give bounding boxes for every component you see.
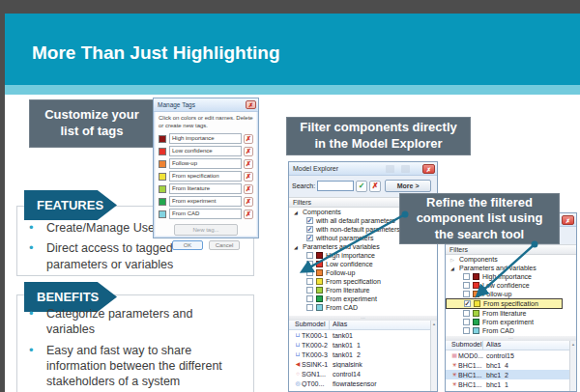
tag-filter-row[interactable]: From specification [289, 277, 437, 286]
checkbox-unchecked[interactable] [306, 278, 313, 285]
table-row[interactable]: ⊔ TK000-2 tank01_1 [289, 340, 437, 350]
tree-node-components[interactable]: ▷ Components [446, 255, 576, 264]
tank-icon: ⊔ [294, 341, 302, 349]
table-row[interactable]: ◀ SSINK-1 signalsink [289, 359, 437, 369]
dialog-title: Manage Tags [158, 101, 195, 108]
checkbox-checked[interactable]: ✓ [306, 235, 313, 241]
checkbox-unchecked[interactable] [463, 319, 470, 325]
dialog-titlebar[interactable]: Manage Tags ✗ [154, 98, 258, 112]
dialog-actions: OK Cancel [159, 240, 253, 250]
checkbox-checked[interactable]: ✓ [306, 217, 313, 224]
tag-filter-row[interactable]: From experiment [289, 294, 437, 303]
benefits-label: BENEFITS [37, 290, 99, 304]
ok-button[interactable]: OK [172, 240, 203, 250]
table-row-selected[interactable]: ✳ BHC1... bhc1_2 [446, 370, 576, 379]
table-row[interactable]: ⊔ TK000-3 tank01_2 [289, 350, 437, 359]
tag-color-swatch[interactable] [159, 148, 166, 155]
tag-color-swatch[interactable] [159, 185, 166, 193]
tag-name-field[interactable]: From CAD [169, 209, 242, 219]
window-titlebar[interactable]: Model Explorer ✗ [289, 162, 437, 176]
collapsed-icon[interactable]: ▷ [450, 257, 456, 263]
expanded-icon[interactable]: ◢ [294, 210, 300, 215]
checkbox-checked[interactable]: ✓ [306, 226, 313, 233]
ghost-icon [401, 165, 410, 173]
checkbox-unchecked[interactable] [306, 287, 313, 294]
tag-filter-row[interactable]: Low confidence [289, 260, 437, 268]
table-row[interactable]: ✳ BHC1... bhc1_1 [446, 379, 576, 389]
tree-node-parameters[interactable]: ◢ Parameters and variables [446, 264, 576, 272]
tag-color-swatch[interactable] [159, 210, 166, 218]
tag-color-swatch[interactable] [159, 198, 166, 206]
checkbox-unchecked[interactable] [306, 304, 313, 311]
close-icon[interactable]: ✗ [562, 215, 574, 225]
table-row[interactable]: ○ SGN1... control14 [289, 369, 437, 378]
delete-tag-icon[interactable]: ✗ [244, 197, 253, 207]
table-row[interactable]: ✳ BHC1... bhc1_4 [446, 360, 576, 370]
frame-left [0, 0, 5, 392]
tag-filter-row[interactable]: Follow-up [289, 268, 437, 277]
tag-name-field[interactable]: From experiment [169, 196, 242, 207]
tag-color-swatch[interactable] [159, 173, 166, 181]
checkbox-unchecked[interactable] [463, 273, 470, 280]
sensor-icon: ◎ [294, 379, 302, 387]
tag-filter-row[interactable]: High importance [289, 251, 437, 260]
tag-name-field[interactable]: From literature [169, 183, 242, 194]
tag-filter-row[interactable]: High importance [446, 272, 576, 281]
search-clear-icon[interactable]: ✗ [369, 181, 381, 192]
checkbox-unchecked[interactable] [463, 291, 470, 297]
scrollbar[interactable]: ▲ [569, 341, 576, 391]
new-tag-button[interactable]: New tag... [174, 224, 238, 236]
table-row[interactable]: ⊔ TK000-1 tank01 [289, 330, 437, 340]
tag-filter-row[interactable]: From CAD [446, 326, 576, 335]
close-icon[interactable]: ✗ [422, 164, 435, 174]
table-row[interactable]: ◎ QT00... flowratesensor [289, 378, 437, 388]
search-input[interactable] [317, 181, 354, 191]
delete-tag-icon[interactable]: ✗ [244, 210, 253, 219]
table-row[interactable]: ▦ MOD0... control15 [446, 350, 576, 360]
delete-tag-icon[interactable]: ✗ [244, 172, 253, 182]
close-icon[interactable]: ✗ [246, 100, 256, 109]
tag-color-swatch[interactable] [159, 135, 166, 143]
checkbox-unchecked[interactable] [306, 295, 313, 302]
expanded-icon[interactable]: ◢ [294, 244, 300, 250]
tag-name-field[interactable]: High importance [169, 133, 242, 144]
component-icon: ✳ [450, 361, 458, 369]
expanded-icon[interactable]: ◢ [450, 266, 456, 271]
tag-filter-row[interactable]: From literature [289, 286, 437, 294]
delete-tag-icon[interactable]: ✗ [244, 184, 253, 194]
tag-row: Follow-up ✗ [159, 157, 253, 170]
checkbox-unchecked[interactable] [306, 269, 313, 276]
more-button[interactable]: More > [385, 180, 431, 192]
tag-filter-row[interactable]: From CAD [289, 303, 437, 312]
tag-name-field[interactable]: Follow-up [169, 158, 242, 169]
component-icon: ✳ [450, 380, 458, 388]
checkbox-unchecked[interactable] [306, 252, 313, 259]
checkbox-unchecked[interactable] [463, 282, 470, 289]
cancel-button[interactable]: Cancel [209, 240, 240, 250]
checkbox-checked[interactable]: ✓ [464, 300, 471, 307]
delete-tag-icon[interactable]: ✗ [244, 159, 253, 169]
search-apply-icon[interactable]: ✓ [356, 181, 367, 192]
ghost-icon [386, 165, 394, 173]
callout-filter-components: Filter components directly in the Model … [286, 117, 471, 155]
tag-filter-row[interactable]: From experiment [446, 318, 576, 326]
delete-tag-icon[interactable]: ✗ [244, 134, 253, 144]
window-title: Model Explorer [293, 165, 338, 172]
table-header[interactable]: Submodel Alias [446, 341, 576, 350]
scrollbar[interactable]: ▲ [430, 321, 437, 391]
tag-filter-row[interactable]: Follow-up [446, 290, 576, 298]
checkbox-unchecked[interactable] [463, 327, 470, 334]
table-header[interactable]: Submodel Alias [289, 321, 437, 330]
tag-color-swatch [316, 304, 323, 311]
tag-filter-row[interactable]: Low confidence [446, 281, 576, 290]
accent-strip [5, 85, 580, 95]
tag-filter-row-highlighted[interactable]: ✓ From specification [446, 298, 563, 309]
tag-name-field[interactable]: From specification [169, 171, 242, 182]
tag-filter-row[interactable]: From literature [446, 309, 576, 318]
delete-tag-icon[interactable]: ✗ [244, 147, 253, 156]
tag-color-swatch[interactable] [159, 160, 166, 168]
table-row[interactable]: ✳ BHC1... bhc1 [446, 389, 576, 391]
checkbox-unchecked[interactable] [463, 310, 470, 317]
checkbox-unchecked[interactable] [306, 261, 313, 267]
tag-name-field[interactable]: Low confidence [169, 146, 242, 156]
